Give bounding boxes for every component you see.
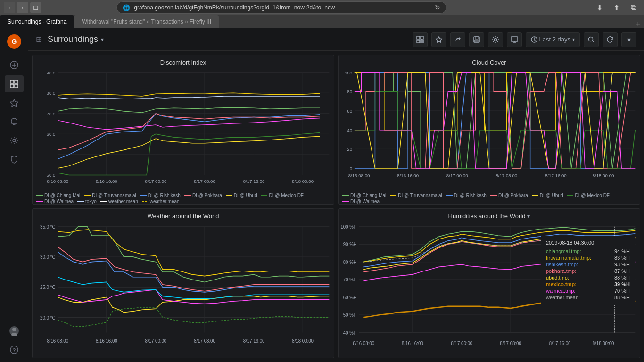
svg-text:8/17 08:00: 8/17 08:00 — [194, 338, 215, 344]
svg-text:8/17 00:00: 8/17 00:00 — [451, 341, 473, 346]
sidebar-item-dashboard[interactable] — [5, 75, 24, 92]
refresh-dashboard-button[interactable] — [603, 32, 618, 47]
new-tab-button[interactable]: + — [632, 20, 644, 28]
tooltip-row-waimea: waimea.tmp: 70 %H — [546, 288, 630, 294]
tv-mode-button[interactable] — [507, 32, 522, 47]
svg-text:100 %H: 100 %H — [340, 224, 356, 230]
svg-text:20: 20 — [347, 147, 352, 152]
legend-pokhara: DI @ Pokhara — [184, 193, 222, 198]
tooltip-label-waimea: waimea.tmp: — [546, 288, 575, 294]
main-content: ⊞ Surroundings ▾ — [28, 28, 644, 362]
svg-text:40: 40 — [347, 128, 352, 133]
sidebar-item-starred[interactable] — [5, 94, 24, 111]
sidebar-item-alerts[interactable] — [5, 113, 24, 130]
panel-title-weather: Weather around the World — [33, 209, 334, 222]
sidebar-item-configuration[interactable] — [5, 132, 24, 149]
topbar-dropdown-arrow[interactable]: ▾ — [101, 36, 104, 43]
forward-button[interactable]: › — [17, 2, 28, 13]
svg-text:8/17 00:00: 8/17 00:00 — [145, 338, 167, 344]
svg-rect-16 — [417, 40, 420, 43]
svg-rect-23 — [474, 40, 479, 42]
svg-text:30.0 °C: 30.0 °C — [40, 255, 55, 260]
topbar-grid-icon: ⊞ — [36, 35, 42, 44]
panel-legend-cloud: DI @ Chiang Mai DI @ Tiruvannamalai DI @… — [339, 191, 640, 205]
tooltip-row-rishikesh: rishikesh.tmp: 93 %H — [546, 262, 630, 267]
svg-text:8/17 08:00: 8/17 08:00 — [194, 179, 215, 184]
share-browser-button[interactable]: ⬆ — [610, 1, 623, 14]
legend-tokyo: tokyo — [77, 199, 97, 204]
tab-overview-button[interactable]: ⊟ — [30, 2, 41, 13]
svg-text:8/18 00:00: 8/18 00:00 — [593, 341, 614, 346]
panel-title-humidities: Humidities around the World — [448, 213, 526, 220]
tab-surroundings[interactable]: Surroundings - Grafana — [0, 15, 74, 28]
sidebar-item-add[interactable] — [5, 57, 24, 74]
page-security-icon: 🌐 — [123, 4, 130, 11]
tooltip-label-chiangmai: chiangmai.tmp: — [546, 248, 581, 254]
legend-cloud-rishikesh: DI @ Rishikesh — [446, 193, 487, 198]
tooltip-label-pokhara: pokhara.tmp: — [546, 268, 576, 274]
panel-content-humidities: 100 %H 90 %H 80 %H 70 %H 60 %H 50 %H 40 … — [339, 222, 640, 358]
grafana-logo[interactable]: G — [5, 32, 24, 51]
tooltip-label-tiruvannamalai: tiruvannamalai.tmp: — [546, 255, 591, 261]
svg-text:G: G — [11, 38, 17, 45]
browser-nav: ‹ › ⊟ — [4, 2, 41, 13]
svg-text:70.0: 70.0 — [47, 111, 56, 116]
legend-weather-mean-2: weather.mean — [142, 199, 180, 204]
tooltip-val-pokhara: 87 %H — [614, 268, 630, 274]
svg-text:20.0 °C: 20.0 °C — [40, 315, 55, 321]
star-button[interactable] — [431, 32, 446, 47]
share-button[interactable] — [450, 32, 465, 47]
svg-text:80 %H: 80 %H — [343, 259, 357, 265]
tooltip-row-ubud: ubud.tmp: 88 %H — [546, 275, 630, 280]
svg-text:8/17 00:00: 8/17 00:00 — [446, 173, 468, 178]
tooltip-val-mexico: 39 %H — [614, 281, 630, 287]
svg-text:8/16 16:00: 8/16 16:00 — [96, 338, 117, 344]
svg-text:50.0: 50.0 — [47, 173, 56, 178]
time-picker[interactable]: Last 2 days ▾ — [526, 32, 580, 47]
more-options-button[interactable]: ▾ — [621, 32, 636, 47]
tooltip-label-rishikesh: rishikesh.tmp: — [546, 262, 578, 267]
tab-withdrawal[interactable]: Withdrawal "Fruits stand" » Transactions… — [74, 15, 219, 28]
sidebar-item-help[interactable]: ? — [5, 341, 24, 358]
svg-text:?: ? — [12, 347, 16, 353]
svg-text:8/17 00:00: 8/17 00:00 — [145, 179, 167, 184]
tooltip-val-tiruvannamalai: 83 %H — [614, 255, 630, 261]
refresh-icon[interactable]: ↻ — [435, 4, 440, 11]
browser-chrome: ‹ › ⊟ 🌐 grafana.goozen.lab/d/gtFghNmRk/s… — [0, 0, 644, 28]
address-bar[interactable]: 🌐 grafana.goozen.lab/d/gtFghNmRk/surroun… — [116, 1, 446, 14]
svg-marker-20 — [436, 37, 442, 42]
tooltip-row-pokhara: pokhara.tmp: 87 %H — [546, 268, 630, 274]
svg-text:8/16 08:00: 8/16 08:00 — [353, 341, 374, 346]
svg-text:90 %H: 90 %H — [343, 242, 357, 247]
tooltip-label-ubud: ubud.tmp: — [546, 275, 569, 280]
panel-legend-discomfort: DI @ Chiang Mai DI @ Tiruvannamalai DI @… — [33, 191, 334, 205]
svg-text:8/18 00:00: 8/18 00:00 — [292, 338, 314, 344]
legend-cloud-pokhara: DI @ Pokhara — [490, 193, 528, 198]
search-button[interactable] — [584, 32, 599, 47]
window-button[interactable]: ⧉ — [627, 1, 640, 14]
legend-weather-mean-1: weather.mean — [100, 199, 138, 204]
legend-cloud-chiang-mai: DI @ Chiang Mai — [342, 193, 386, 198]
topbar-actions: Last 2 days ▾ ▾ — [413, 32, 637, 47]
svg-text:8/17 08:00: 8/17 08:00 — [500, 341, 521, 346]
back-button[interactable]: ‹ — [4, 2, 15, 13]
tooltip-val-waimea: 70 %H — [614, 288, 630, 294]
dashboard-settings-button[interactable] — [488, 32, 503, 47]
sidebar-item-shield[interactable] — [5, 151, 24, 168]
discomfort-chart: 90.0 80.0 70.0 60.0 50.0 8/16 08:00 8/16… — [33, 68, 334, 191]
add-panel-button[interactable] — [413, 32, 428, 47]
humidities-dropdown-icon[interactable]: ▾ — [527, 213, 530, 220]
sidebar-item-profile[interactable] — [5, 322, 24, 339]
browser-toolbar: ‹ › ⊟ 🌐 grafana.goozen.lab/d/gtFghNmRk/s… — [0, 0, 644, 15]
svg-rect-5 — [10, 84, 14, 88]
download-button[interactable]: ⬇ — [593, 1, 606, 14]
svg-text:0: 0 — [350, 166, 352, 171]
svg-rect-4 — [15, 80, 18, 83]
tooltip-timestamp: 2019-08-18 04:30:00 — [546, 240, 630, 246]
save-dashboard-button[interactable] — [469, 32, 484, 47]
browser-action-buttons: ⬇ ⬆ ⧉ — [593, 1, 640, 14]
legend-waimea: DI @ Waimea — [36, 199, 74, 204]
dashboard-grid: Discomfort Index 90.0 80.0 70.0 — [28, 51, 644, 362]
topbar-title-text: Surroundings — [48, 34, 98, 44]
svg-text:8/17 08:00: 8/17 08:00 — [495, 173, 517, 178]
